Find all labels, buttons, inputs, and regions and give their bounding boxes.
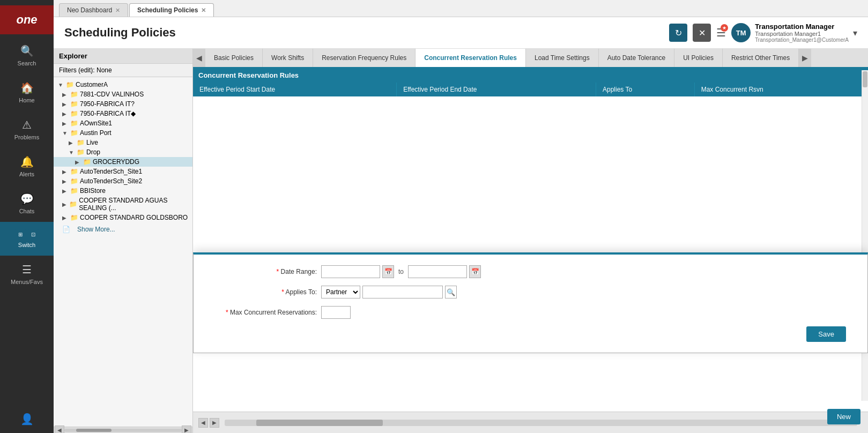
browser-tab-scheduling-policies[interactable]: Scheduling Policies ✕: [129, 3, 214, 17]
applies-to-select[interactable]: Partner All Specific: [321, 286, 360, 298]
tree-label: 7881-CDV VALINHOS: [80, 91, 144, 98]
sidebar-item-problems[interactable]: ⚠ Problems: [0, 111, 54, 148]
show-more-link[interactable]: Show More...: [72, 223, 121, 235]
sidebar-item-home[interactable]: 🏠 Home: [0, 74, 54, 111]
save-button[interactable]: Save: [806, 326, 846, 342]
applies-to-text-input[interactable]: [362, 286, 443, 298]
new-button[interactable]: New: [827, 409, 860, 424]
sidebar-item-profile[interactable]: 👤: [0, 405, 54, 433]
sidebar-item-search[interactable]: 🔍 Search: [0, 37, 54, 74]
expand-icon: ▶: [62, 215, 69, 221]
tabs-next-button[interactable]: ▶: [799, 49, 811, 67]
tree-item-groceryddg[interactable]: ▶ 📁 GROCERYDDG: [54, 157, 192, 167]
tree-item-drop[interactable]: ▼ 📁 Drop: [54, 147, 192, 157]
tree-label: Live: [86, 139, 98, 146]
right-panel: ◀ Basic Policies Work Shifts Reservation…: [193, 49, 868, 433]
tree-label: BBIStore: [80, 187, 106, 195]
tab-reservation-frequency-label: Reservation Frequency Rules: [322, 54, 406, 62]
scroll-left-btn[interactable]: ◀: [55, 425, 64, 434]
col-header-end-date: Effective Period End Date: [397, 83, 596, 96]
date-start-input[interactable]: [321, 265, 380, 278]
sidebar-item-chats[interactable]: 💬 Chats: [0, 185, 54, 222]
table-scroll-area[interactable]: Effective Period Start Date Effective Pe…: [193, 83, 868, 412]
bottom-scrollbar[interactable]: [225, 420, 857, 426]
tree-item-customerA[interactable]: ▼ 📁 CustomerA: [54, 80, 192, 89]
scroll-left-arrow[interactable]: ◀: [198, 418, 208, 428]
tree-item-7881[interactable]: ▶ 📁 7881-CDV VALINHOS: [54, 89, 192, 99]
scroll-right-btn[interactable]: ▶: [182, 425, 191, 434]
file-icon: 📁: [70, 214, 78, 221]
tabs-prev-button[interactable]: ◀: [193, 49, 205, 67]
table-title: Concurrent Reservation Rules: [198, 71, 299, 79]
tree-label: AutoTenderSch_Site1: [80, 168, 142, 175]
tree-item-ownsite1[interactable]: ▶ 📁 AOwnSite1: [54, 118, 192, 128]
tree-item-autotender1[interactable]: ▶ 📁 AutoTenderSch_Site1: [54, 167, 192, 176]
file-icon-showmore: 📄: [62, 226, 70, 233]
applies-to-search-button[interactable]: 🔍: [445, 286, 457, 298]
close-icon: ✕: [699, 28, 706, 38]
tab-concurrent-reservation[interactable]: Concurrent Reservation Rules: [416, 49, 526, 68]
tree-item-7950-fabrica[interactable]: ▶ 📁 7950-FABRICA IT?: [54, 99, 192, 109]
calendar-start-button[interactable]: 📅: [382, 265, 394, 278]
tree-item-show-more[interactable]: 📄 Show More...: [54, 222, 192, 236]
tab-load-time-label: Load Time Settings: [535, 54, 590, 62]
user-dropdown-arrow[interactable]: ▾: [853, 28, 857, 38]
sidebar-item-alerts[interactable]: 🔔 Alerts: [0, 148, 54, 185]
tab-ui-policies-label: UI Policies: [683, 54, 714, 62]
tree-label: 7950-FABRICA IT◆: [80, 110, 136, 117]
expand-icon: ▶: [62, 92, 69, 98]
notification-badge: ★: [721, 24, 728, 32]
tab-auto-date-label: Auto Date Tolerance: [607, 54, 666, 62]
max-concurrent-input[interactable]: [321, 306, 351, 319]
hamburger-menu-button[interactable]: ☰ ★: [716, 26, 726, 39]
tree-item-cooper-goldsboro[interactable]: ▶ 📁 COOPER STANDARD GOLDSBORO: [54, 213, 192, 222]
explorer-horizontal-scrollbar[interactable]: ◀ ▶: [54, 427, 192, 433]
tab-basic-policies[interactable]: Basic Policies: [205, 49, 263, 67]
tab-auto-date[interactable]: Auto Date Tolerance: [599, 49, 675, 67]
date-range-group: 📅 to 📅: [321, 265, 481, 278]
expand-icon: ▶: [62, 201, 68, 207]
scrollbar-track[interactable]: [64, 429, 182, 432]
required-indicator: *: [281, 288, 284, 296]
sidebar-label-chats: Chats: [19, 208, 35, 214]
sidebar-item-menus[interactable]: ☰ Menus/Favs: [0, 256, 54, 293]
sidebar-item-switch[interactable]: ⊞ ⊡ Switch: [0, 222, 54, 256]
expand-icon: ▶: [62, 169, 69, 175]
expand-icon: ▶: [62, 101, 69, 107]
refresh-button[interactable]: ↻: [669, 24, 687, 42]
tree-label: GROCERYDDG: [93, 158, 139, 166]
tree-item-cooper-aguas[interactable]: ▶ 📁 COOPER STANDARD AGUAS SEALING (...: [54, 196, 192, 213]
scroll-right-arrow[interactable]: ▶: [210, 418, 219, 428]
app-logo: one: [0, 5, 54, 34]
neo-dashboard-tab-label: Neo Dashboard: [67, 6, 112, 14]
scheduling-policies-close-icon[interactable]: ✕: [201, 7, 206, 14]
scrollbar-thumb: [863, 71, 867, 87]
expand-icon: ▶: [75, 159, 81, 165]
col-header-max-concurrent: Max Concurrent Rsvn: [694, 83, 867, 96]
calendar-end-button[interactable]: 📅: [469, 265, 481, 278]
neo-dashboard-close-icon[interactable]: ✕: [115, 7, 120, 14]
tab-load-time[interactable]: Load Time Settings: [526, 49, 599, 67]
tab-work-shifts-label: Work Shifts: [271, 54, 304, 62]
tree-item-autotender2[interactable]: ▶ 📁 AutoTenderSch_Site2: [54, 176, 192, 186]
search-icon: 🔍: [20, 44, 34, 57]
tab-ui-policies[interactable]: UI Policies: [674, 49, 723, 67]
tree-item-bbistore[interactable]: ▶ 📁 BBIStore: [54, 186, 192, 196]
folder-icon: 📁: [70, 177, 78, 185]
browser-tab-neo-dashboard[interactable]: Neo Dashboard ✕: [59, 3, 128, 17]
filter-label: Filters (edit):: [59, 66, 95, 74]
close-button[interactable]: ✕: [693, 24, 711, 42]
user-role: Transportation Manager1: [755, 31, 849, 37]
date-end-input[interactable]: [408, 265, 467, 278]
calendar-start-icon: 📅: [384, 268, 392, 275]
tab-work-shifts[interactable]: Work Shifts: [263, 49, 313, 67]
tab-reservation-frequency[interactable]: Reservation Frequency Rules: [313, 49, 416, 67]
tab-restrict-other-times[interactable]: Restrict Other Times: [723, 49, 799, 67]
tree-item-7950-fabrica2[interactable]: ▶ 📁 7950-FABRICA IT◆: [54, 109, 192, 118]
tree-item-austin-port[interactable]: ▼ 📁 Austin Port: [54, 128, 192, 138]
switch-icons: ⊞ ⊡: [14, 229, 39, 239]
folder-icon: 📁: [77, 148, 85, 156]
refresh-icon: ↻: [675, 28, 682, 38]
user-name: Transportation Manager: [755, 23, 849, 31]
tree-item-live[interactable]: ▶ 📁 Live: [54, 138, 192, 147]
